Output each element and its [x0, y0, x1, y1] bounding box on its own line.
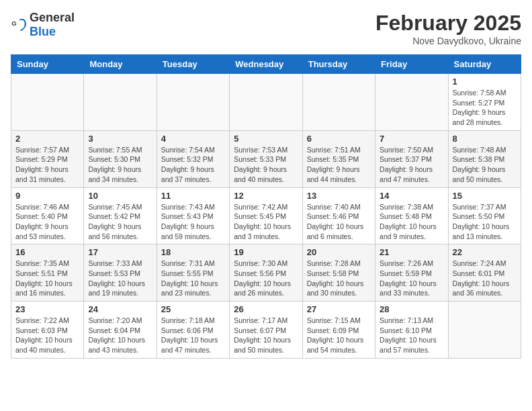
calendar-cell: 21Sunrise: 7:26 AM Sunset: 5:59 PM Dayli… — [375, 244, 448, 302]
day-number: 18 — [161, 247, 225, 257]
month-title: February 2025 — [375, 11, 521, 36]
calendar-cell — [11, 74, 84, 131]
day-info: Sunrise: 7:20 AM Sunset: 6:04 PM Dayligh… — [88, 316, 152, 355]
day-number: 13 — [307, 191, 371, 201]
day-number: 25 — [161, 304, 225, 314]
calendar-cell: 10Sunrise: 7:45 AM Sunset: 5:42 PM Dayli… — [84, 187, 157, 244]
day-info: Sunrise: 7:45 AM Sunset: 5:42 PM Dayligh… — [88, 202, 152, 242]
day-number: 12 — [234, 191, 298, 201]
calendar-cell — [157, 74, 229, 131]
day-number: 6 — [307, 134, 371, 144]
day-info: Sunrise: 7:38 AM Sunset: 5:48 PM Dayligh… — [380, 202, 443, 242]
calendar-cell: 8Sunrise: 7:48 AM Sunset: 5:38 PM Daylig… — [448, 130, 521, 187]
day-info: Sunrise: 7:50 AM Sunset: 5:37 PM Dayligh… — [380, 145, 443, 185]
day-info: Sunrise: 7:17 AM Sunset: 6:07 PM Dayligh… — [234, 316, 298, 355]
calendar-cell: 24Sunrise: 7:20 AM Sunset: 6:04 PM Dayli… — [84, 302, 157, 359]
calendar-cell: 25Sunrise: 7:18 AM Sunset: 6:06 PM Dayli… — [157, 302, 229, 359]
day-number: 20 — [307, 247, 371, 257]
calendar: SundayMondayTuesdayWednesdayThursdayFrid… — [11, 54, 521, 359]
calendar-cell: 5Sunrise: 7:53 AM Sunset: 5:33 PM Daylig… — [230, 130, 302, 187]
day-info: Sunrise: 7:53 AM Sunset: 5:33 PM Dayligh… — [234, 145, 298, 185]
day-info: Sunrise: 7:58 AM Sunset: 5:27 PM Dayligh… — [453, 88, 517, 128]
day-header-wednesday: Wednesday — [230, 55, 302, 74]
calendar-cell — [375, 74, 448, 131]
day-header-friday: Friday — [375, 55, 448, 74]
day-number: 1 — [453, 77, 517, 87]
day-number: 8 — [453, 134, 517, 144]
day-number: 27 — [307, 304, 371, 314]
day-info: Sunrise: 7:30 AM Sunset: 5:56 PM Dayligh… — [234, 259, 298, 298]
day-info: Sunrise: 7:43 AM Sunset: 5:43 PM Dayligh… — [161, 202, 225, 242]
calendar-cell: 9Sunrise: 7:46 AM Sunset: 5:40 PM Daylig… — [11, 187, 84, 244]
day-info: Sunrise: 7:40 AM Sunset: 5:46 PM Dayligh… — [307, 202, 371, 242]
day-number: 3 — [88, 134, 152, 144]
day-info: Sunrise: 7:48 AM Sunset: 5:38 PM Dayligh… — [453, 145, 517, 185]
day-number: 4 — [161, 134, 225, 144]
day-info: Sunrise: 7:13 AM Sunset: 6:10 PM Dayligh… — [380, 316, 443, 355]
subtitle: Nove Davydkovo, Ukraine — [375, 36, 521, 46]
day-number: 9 — [15, 191, 79, 201]
day-number: 10 — [88, 191, 152, 201]
calendar-cell: 15Sunrise: 7:37 AM Sunset: 5:50 PM Dayli… — [448, 187, 521, 244]
day-header-sunday: Sunday — [11, 55, 84, 74]
calendar-cell: 17Sunrise: 7:33 AM Sunset: 5:53 PM Dayli… — [84, 244, 157, 302]
calendar-cell: 14Sunrise: 7:38 AM Sunset: 5:48 PM Dayli… — [375, 187, 448, 244]
calendar-cell: 4Sunrise: 7:54 AM Sunset: 5:32 PM Daylig… — [157, 130, 229, 187]
day-info: Sunrise: 7:55 AM Sunset: 5:30 PM Dayligh… — [88, 145, 152, 185]
title-block: February 2025 Nove Davydkovo, Ukraine — [375, 11, 521, 46]
calendar-cell: 7Sunrise: 7:50 AM Sunset: 5:37 PM Daylig… — [375, 130, 448, 187]
day-info: Sunrise: 7:33 AM Sunset: 5:53 PM Dayligh… — [88, 259, 152, 298]
day-number: 11 — [161, 191, 225, 201]
day-info: Sunrise: 7:24 AM Sunset: 6:01 PM Dayligh… — [453, 259, 517, 298]
day-info: Sunrise: 7:54 AM Sunset: 5:32 PM Dayligh… — [161, 145, 225, 185]
svg-text:G: G — [11, 19, 16, 27]
day-number: 26 — [234, 304, 298, 314]
day-number: 15 — [453, 191, 517, 201]
day-info: Sunrise: 7:51 AM Sunset: 5:35 PM Dayligh… — [307, 145, 371, 185]
calendar-cell: 27Sunrise: 7:15 AM Sunset: 6:09 PM Dayli… — [302, 302, 375, 359]
calendar-cell — [84, 74, 157, 131]
calendar-cell: 19Sunrise: 7:30 AM Sunset: 5:56 PM Dayli… — [230, 244, 302, 302]
calendar-cell: 12Sunrise: 7:42 AM Sunset: 5:45 PM Dayli… — [230, 187, 302, 244]
logo-general: General — [30, 11, 75, 24]
day-header-monday: Monday — [84, 55, 157, 74]
day-header-tuesday: Tuesday — [157, 55, 229, 74]
day-info: Sunrise: 7:28 AM Sunset: 5:58 PM Dayligh… — [307, 259, 371, 298]
day-info: Sunrise: 7:15 AM Sunset: 6:09 PM Dayligh… — [307, 316, 371, 355]
calendar-cell — [448, 302, 521, 359]
day-info: Sunrise: 7:57 AM Sunset: 5:29 PM Dayligh… — [15, 145, 79, 185]
day-number: 24 — [88, 304, 152, 314]
day-header-thursday: Thursday — [302, 55, 375, 74]
calendar-cell — [230, 74, 302, 131]
calendar-cell: 23Sunrise: 7:22 AM Sunset: 6:03 PM Dayli… — [11, 302, 84, 359]
logo: G General Blue — [11, 11, 75, 39]
logo-blue: Blue — [30, 25, 56, 38]
calendar-cell: 16Sunrise: 7:35 AM Sunset: 5:51 PM Dayli… — [11, 244, 84, 302]
calendar-cell: 1Sunrise: 7:58 AM Sunset: 5:27 PM Daylig… — [448, 74, 521, 131]
day-number: 21 — [380, 247, 443, 257]
day-number: 5 — [234, 134, 298, 144]
calendar-cell: 20Sunrise: 7:28 AM Sunset: 5:58 PM Dayli… — [302, 244, 375, 302]
calendar-cell: 26Sunrise: 7:17 AM Sunset: 6:07 PM Dayli… — [230, 302, 302, 359]
day-header-saturday: Saturday — [448, 55, 521, 74]
day-number: 22 — [453, 247, 517, 257]
day-info: Sunrise: 7:26 AM Sunset: 5:59 PM Dayligh… — [380, 259, 443, 298]
day-info: Sunrise: 7:35 AM Sunset: 5:51 PM Dayligh… — [15, 259, 79, 298]
day-number: 14 — [380, 191, 443, 201]
day-info: Sunrise: 7:22 AM Sunset: 6:03 PM Dayligh… — [15, 316, 79, 355]
calendar-cell — [302, 74, 375, 131]
calendar-cell: 22Sunrise: 7:24 AM Sunset: 6:01 PM Dayli… — [448, 244, 521, 302]
day-number: 17 — [88, 247, 152, 257]
calendar-cell: 11Sunrise: 7:43 AM Sunset: 5:43 PM Dayli… — [157, 187, 229, 244]
day-info: Sunrise: 7:42 AM Sunset: 5:45 PM Dayligh… — [234, 202, 298, 242]
day-info: Sunrise: 7:18 AM Sunset: 6:06 PM Dayligh… — [161, 316, 225, 355]
day-info: Sunrise: 7:46 AM Sunset: 5:40 PM Dayligh… — [15, 202, 79, 242]
calendar-cell: 28Sunrise: 7:13 AM Sunset: 6:10 PM Dayli… — [375, 302, 448, 359]
day-number: 7 — [380, 134, 443, 144]
day-number: 2 — [15, 134, 79, 144]
day-number: 28 — [380, 304, 443, 314]
calendar-cell: 6Sunrise: 7:51 AM Sunset: 5:35 PM Daylig… — [302, 130, 375, 187]
day-number: 23 — [15, 304, 79, 314]
calendar-cell: 13Sunrise: 7:40 AM Sunset: 5:46 PM Dayli… — [302, 187, 375, 244]
day-info: Sunrise: 7:37 AM Sunset: 5:50 PM Dayligh… — [453, 202, 517, 242]
